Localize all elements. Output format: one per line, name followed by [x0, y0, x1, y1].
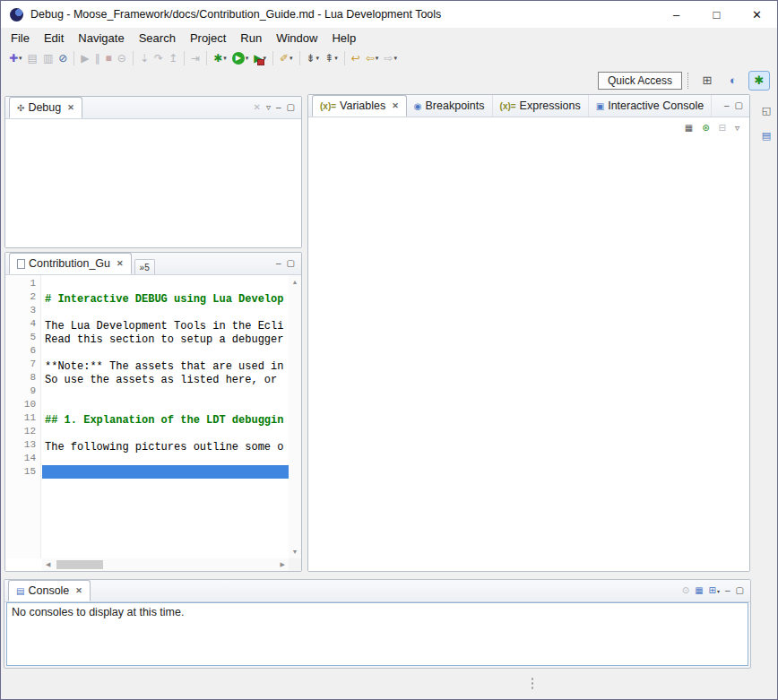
show-logical-structures-button[interactable]: ⊛: [700, 121, 711, 135]
window-close-button[interactable]: ✕: [737, 1, 777, 28]
scroll-up-icon[interactable]: ▲: [292, 279, 298, 285]
tab-contribution-guide[interactable]: Contribution_Gu ✕: [9, 253, 132, 274]
menu-file[interactable]: File: [4, 30, 37, 47]
maximize-button[interactable]: ▢: [735, 584, 745, 597]
open-perspective-button[interactable]: ⊞: [696, 71, 718, 91]
menu-help[interactable]: Help: [324, 30, 363, 47]
terminate-button[interactable]: ■: [104, 51, 114, 65]
variables-content[interactable]: [308, 117, 749, 571]
pin-console-icon: ⊙: [682, 584, 689, 597]
disconnect-button[interactable]: ⊝: [116, 51, 128, 65]
scrollbar-thumb[interactable]: [56, 560, 103, 569]
lua-perspective-button[interactable]: ◐: [722, 71, 744, 91]
open-console-button[interactable]: ⊞▾: [708, 584, 721, 597]
editor-line[interactable]: So use the assets as listed here, or: [42, 371, 289, 385]
window-maximize-button[interactable]: □: [696, 1, 737, 28]
menu-edit[interactable]: Edit: [37, 30, 71, 47]
editor-line[interactable]: [42, 465, 289, 479]
save-all-button[interactable]: ▥: [41, 51, 55, 65]
editor-vertical-scrollbar[interactable]: ▲ ▼: [289, 275, 301, 558]
tab-expressions[interactable]: (x)=Expressions: [493, 95, 589, 117]
close-icon[interactable]: ✕: [392, 101, 399, 110]
tab-interactive-console[interactable]: ▣Interactive Console: [589, 95, 712, 117]
minimize-button[interactable]: –: [724, 584, 731, 597]
editor-line[interactable]: [42, 344, 289, 358]
minimize-button[interactable]: –: [723, 99, 730, 112]
suspend-button[interactable]: ∥: [93, 51, 102, 65]
toolbar-drag-handle[interactable]: [687, 73, 690, 89]
editor-line[interactable]: ## 1. Explanation of the LDT debuggin: [42, 411, 289, 425]
debug-button[interactable]: ✱▾: [212, 51, 229, 65]
tab-breakpoints[interactable]: ◉Breakpoints: [407, 95, 493, 117]
last-edit-location-button[interactable]: ↩: [350, 51, 362, 65]
minimize-button[interactable]: –: [275, 257, 282, 270]
menu-project[interactable]: Project: [183, 30, 233, 47]
line-number-gutter[interactable]: 123456789101112131415: [5, 275, 41, 558]
next-annotation-button[interactable]: ⇟▾: [305, 51, 322, 65]
collapse-all-button[interactable]: ⊟: [717, 121, 728, 135]
scroll-right-icon[interactable]: ▶: [281, 561, 285, 568]
editor-horizontal-scrollbar[interactable]: ◀ ▶: [42, 558, 289, 571]
step-return-button[interactable]: ↥: [167, 51, 179, 65]
tab-debug[interactable]: ✣ Debug ✕: [9, 97, 82, 118]
maximize-button[interactable]: ▢: [286, 257, 296, 270]
back-button[interactable]: ⇦▾: [364, 51, 381, 65]
close-icon[interactable]: ✕: [67, 103, 74, 112]
minimize-button[interactable]: –: [275, 101, 282, 114]
editor-line[interactable]: [42, 398, 289, 411]
remove-all-terminated-button[interactable]: ✕: [253, 101, 262, 114]
menu-window[interactable]: Window: [269, 30, 324, 47]
maximize-button[interactable]: ▢: [734, 99, 744, 112]
menu-navigate[interactable]: Navigate: [71, 30, 131, 47]
tab-variables[interactable]: (x)=Variables✕: [312, 95, 407, 117]
skip-all-breakpoints-button[interactable]: ⊘: [56, 51, 69, 65]
title-bar[interactable]: Debug - Moose_Framework/docs/Contributio…: [1, 1, 777, 28]
use-step-filters-button[interactable]: ⇥: [189, 51, 202, 65]
save-button[interactable]: ▤: [26, 51, 39, 65]
tab-console[interactable]: ▤ Console ✕: [8, 580, 91, 601]
editor-tab-overflow[interactable]: »5: [134, 259, 155, 274]
quick-access-field[interactable]: Quick Access: [598, 72, 682, 90]
editor-line[interactable]: [42, 304, 289, 317]
view-menu-button[interactable]: ▿: [733, 121, 741, 135]
close-icon[interactable]: ✕: [117, 259, 124, 268]
editor-line[interactable]: [42, 385, 289, 398]
scroll-down-icon[interactable]: ▼: [292, 549, 298, 555]
step-into-icon: ⇣: [140, 52, 149, 65]
new-button[interactable]: ✚▾: [7, 51, 24, 65]
editor-line[interactable]: The Lua Development Tools in the Ecli: [42, 317, 289, 331]
editor-line[interactable]: The following pictures outline some o: [42, 438, 289, 452]
menu-search[interactable]: Search: [132, 30, 183, 47]
view-menu-button[interactable]: ▿: [265, 101, 272, 114]
window-minimize-button[interactable]: –: [656, 1, 696, 28]
status-bar-grip[interactable]: [531, 677, 534, 691]
console-content[interactable]: No consoles to display at this time.: [6, 602, 748, 666]
mark-occurrences-button[interactable]: ✐▾: [278, 51, 295, 65]
close-icon[interactable]: ✕: [75, 586, 82, 595]
step-into-button[interactable]: ⇣: [138, 51, 151, 65]
editor-line[interactable]: **Note:** The assets that are used in: [42, 358, 289, 371]
step-over-button[interactable]: ↷: [152, 51, 165, 65]
maximize-button[interactable]: ▢: [286, 101, 296, 114]
editor-line[interactable]: Read this section to setup a debugger: [42, 331, 289, 344]
external-tools-button[interactable]: ▶▾: [252, 51, 268, 65]
menu-run[interactable]: Run: [233, 30, 269, 47]
show-type-names-button[interactable]: ▦: [683, 121, 695, 135]
display-selected-console-button[interactable]: ▦: [694, 584, 704, 597]
restore-view-button[interactable]: ◱: [760, 103, 773, 117]
run-button[interactable]: ▶▾: [230, 51, 251, 65]
editor-line[interactable]: # Interactive DEBUG using Lua Develop: [42, 290, 289, 304]
editor-line[interactable]: [42, 277, 289, 290]
editor-line[interactable]: [42, 425, 289, 438]
forward-button[interactable]: ⇨▾: [382, 51, 399, 65]
editor-line[interactable]: [42, 452, 289, 465]
debug-view-content[interactable]: [5, 119, 301, 247]
remove-all-terminated-icon: ✕: [254, 101, 261, 114]
outline-view-button[interactable]: ▤: [760, 128, 773, 143]
scroll-left-icon[interactable]: ◀: [46, 561, 50, 568]
editor-text-area[interactable]: # Interactive DEBUG using Lua DevelopThe…: [42, 275, 289, 558]
debug-perspective-button[interactable]: ✱: [748, 71, 770, 91]
resume-button[interactable]: ▶: [79, 51, 91, 65]
pin-console-button[interactable]: ⊙: [681, 584, 690, 597]
previous-annotation-button[interactable]: ⇞▾: [323, 51, 340, 65]
